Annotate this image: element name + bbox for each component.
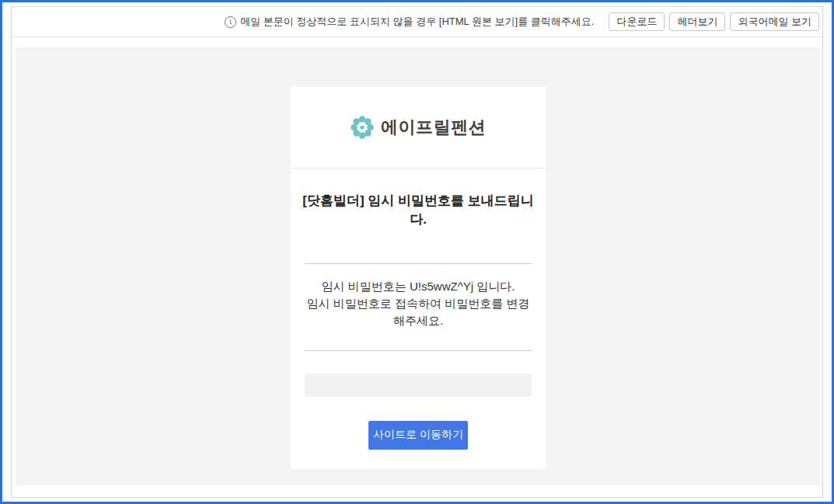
brand-name: 에이프릴펜션 bbox=[381, 116, 486, 139]
brand-header: 에이프릴펜션 bbox=[291, 87, 546, 169]
mail-content-pane: 에이프릴펜션 [닷홈빌더] 임시 비밀번호를 보내드립니다. 임시 비밀번호는 … bbox=[12, 38, 822, 497]
download-button[interactable]: 다운로드 bbox=[609, 12, 665, 32]
view-foreign-mail-button[interactable]: 외국어메일 보기 bbox=[730, 12, 819, 32]
mail-viewer-page: { "toolbar": { "info_glyph": "i", "notic… bbox=[0, 0, 834, 504]
mail-toolbar: i 메일 본문이 정상적으로 표시되지 않을 경우 [HTML 원본 보기]를 … bbox=[12, 7, 822, 37]
mail-content-background: 에이프릴펜션 [닷홈빌더] 임시 비밀번호를 보내드립니다. 임시 비밀번호는 … bbox=[16, 47, 821, 485]
empty-placeholder-bar bbox=[305, 374, 532, 397]
display-notice: i 메일 본문이 정상적으로 표시되지 않을 경우 [HTML 원본 보기]를 … bbox=[225, 15, 594, 29]
email-body-line2: 임시 비밀번호로 접속하여 비밀번호를 변경해주세요. bbox=[307, 297, 530, 327]
email-body-line1: 임시 비밀번호는 U!s5wwZ^Yj 입니다. bbox=[322, 280, 515, 293]
display-notice-text: 메일 본문이 정상적으로 표시되지 않을 경우 [HTML 원본 보기]를 클릭… bbox=[240, 15, 594, 29]
email-body: 임시 비밀번호는 U!s5wwZ^Yj 입니다. 임시 비밀번호로 접속하여 비… bbox=[291, 264, 546, 350]
mail-view-frame: i 메일 본문이 정상적으로 표시되지 않을 경우 [HTML 원본 보기]를 … bbox=[11, 6, 823, 498]
go-to-site-button[interactable]: 사이트로 이동하기 bbox=[368, 421, 468, 450]
view-header-button[interactable]: 헤더보기 bbox=[669, 12, 725, 32]
email-subject: [닷홈빌더] 임시 비밀번호를 보내드립니다. bbox=[291, 169, 546, 263]
divider-bottom bbox=[305, 350, 532, 351]
email-card: 에이프릴펜션 [닷홈빌더] 임시 비밀번호를 보내드립니다. 임시 비밀번호는 … bbox=[291, 87, 546, 469]
flower-icon bbox=[351, 116, 374, 139]
info-icon: i bbox=[225, 16, 236, 28]
